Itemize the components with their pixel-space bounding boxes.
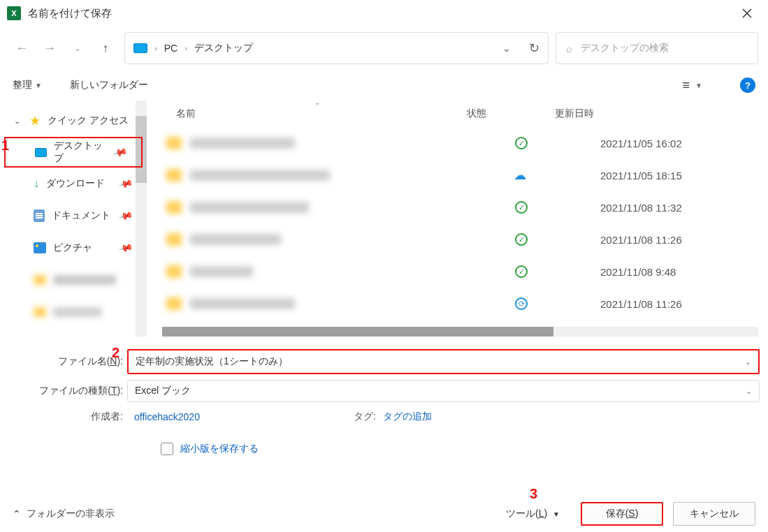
sidebar-label: ドキュメント	[52, 209, 110, 222]
file-area: ⌄ 名前 状態 更新日時 ✓2021/11/05 16:02☁2021/11/0…	[147, 101, 768, 337]
horizontal-scrollbar[interactable]	[162, 327, 758, 337]
file-list-header: ⌄ 名前 状態 更新日時	[147, 101, 768, 127]
organize-button[interactable]: 整理 ▼	[13, 79, 42, 91]
file-status: ✓	[512, 137, 600, 149]
file-status: ✓	[512, 265, 600, 278]
refresh-button[interactable]: ↻	[529, 40, 539, 56]
tag-value[interactable]: タグの追加	[383, 411, 432, 423]
file-row[interactable]: ✓2021/11/08 11:32	[147, 191, 768, 223]
file-row[interactable]: ☁2021/11/05 18:15	[147, 159, 768, 191]
chevron-down-icon[interactable]: ⌄	[746, 387, 752, 396]
file-row[interactable]: ✓2021/11/05 16:02	[147, 127, 768, 159]
breadcrumb-location[interactable]: デスクトップ	[194, 42, 253, 54]
sidebar-item-pictures[interactable]: ピクチャ 📌	[0, 232, 147, 264]
column-header-name[interactable]: 名前	[147, 108, 467, 120]
search-box[interactable]: ⌕ デスクトップの検索	[556, 32, 758, 64]
thumbnail-checkbox[interactable]	[161, 443, 173, 455]
thumbnail-label[interactable]: 縮小版を保存する	[180, 443, 259, 455]
folder-icon	[166, 137, 182, 149]
monitor-icon	[133, 43, 147, 53]
sidebar-item-desktop[interactable]: デスクトップ 📌	[4, 137, 143, 168]
close-button[interactable]	[733, 0, 761, 27]
column-header-status[interactable]: 状態	[467, 108, 555, 120]
form-area: ファイル名(N): 定年制の実施状況（1シートのみ） ⌄ ファイルの種類(T):…	[0, 337, 768, 455]
hide-folders-button[interactable]: ⌃ フォルダーの非表示	[13, 508, 115, 520]
filename-value: 定年制の実施状況（1シートのみ）	[136, 355, 288, 368]
filetype-value: Excel ブック	[135, 385, 191, 397]
file-status: ✓	[512, 233, 600, 246]
new-folder-button[interactable]: 新しいフォルダー	[70, 79, 148, 91]
check-icon: ✓	[515, 265, 528, 278]
file-name-blurred	[190, 298, 295, 309]
author-label: 作成者:	[8, 411, 127, 423]
chevron-up-icon: ⌃	[13, 508, 21, 519]
folder-icon	[166, 265, 182, 278]
pictures-icon	[34, 242, 46, 253]
view-button[interactable]: ≡ ▼	[683, 78, 702, 93]
file-row[interactable]: ✓2021/11/08 9:48	[147, 256, 768, 288]
sidebar-label: クイック アクセス	[48, 114, 129, 127]
tag-label: タグ:	[354, 411, 376, 423]
sidebar-label: ピクチャ	[53, 242, 92, 254]
sidebar-item-blurred[interactable]	[0, 264, 147, 296]
file-date: 2021/11/08 11:32	[600, 202, 768, 214]
file-status: ✓	[512, 201, 600, 214]
search-icon: ⌕	[566, 43, 572, 54]
file-date: 2021/11/05 18:15	[600, 170, 768, 182]
file-name-blurred	[190, 234, 281, 245]
download-icon: ↓	[34, 177, 39, 190]
folder-icon	[166, 201, 182, 214]
save-button[interactable]: 保存(S)	[581, 502, 663, 526]
sort-indicator-icon: ⌄	[314, 98, 320, 106]
filename-label: ファイル名(N):	[8, 355, 127, 368]
file-status: ⟳	[512, 297, 600, 310]
up-button[interactable]: ↑	[99, 41, 112, 56]
file-name-blurred	[190, 170, 330, 181]
address-dropdown-icon[interactable]: ⌄	[502, 43, 511, 54]
help-button[interactable]: ?	[740, 77, 755, 93]
file-name-blurred	[190, 266, 253, 277]
search-placeholder: デスクトップの検索	[581, 42, 669, 54]
horizontal-scrollthumb[interactable]	[162, 327, 553, 337]
tools-dropdown[interactable]: ツール(L) ▼	[506, 508, 560, 520]
author-value[interactable]: officehack2020	[134, 411, 200, 422]
folder-icon	[166, 297, 182, 310]
filename-input[interactable]: 定年制の実施状況（1シートのみ） ⌄	[129, 350, 758, 373]
star-icon: ★	[29, 113, 41, 128]
sidebar-label: ダウンロード	[46, 177, 105, 190]
folder-icon	[166, 233, 182, 246]
sidebar-item-documents[interactable]: ドキュメント 📌	[0, 200, 147, 232]
navigation-row: ← → ⌄ ↑ › PC › デスクトップ ⌄ ↻ ⌕ デスクトップの検索	[0, 27, 768, 70]
chevron-down-icon[interactable]: ⌄	[745, 357, 751, 367]
filetype-select[interactable]: Excel ブック ⌄	[127, 380, 760, 402]
sidebar: ⌄ ★ クイック アクセス デスクトップ 📌 ↓ ダウンロード 📌 ドキュメント…	[0, 101, 147, 337]
recent-dropdown[interactable]: ⌄	[71, 43, 84, 53]
file-list: ✓2021/11/05 16:02☁2021/11/05 18:15✓2021/…	[147, 127, 768, 327]
sidebar-item-quick-access[interactable]: ⌄ ★ クイック アクセス	[0, 105, 147, 137]
desktop-icon	[35, 148, 47, 157]
chevron-right-icon: ›	[154, 44, 157, 52]
file-status: ☁	[512, 168, 600, 183]
file-row[interactable]: ⟳2021/11/08 11:26	[147, 288, 768, 320]
file-date: 2021/11/08 9:48	[600, 266, 768, 278]
breadcrumb-pc[interactable]: PC	[164, 43, 177, 54]
sidebar-item-downloads[interactable]: ↓ ダウンロード 📌	[0, 168, 147, 200]
pin-icon: 📌	[117, 240, 133, 256]
column-header-date[interactable]: 更新日時	[555, 108, 768, 120]
file-row[interactable]: ✓2021/11/08 11:26	[147, 223, 768, 256]
sidebar-item-blurred[interactable]	[0, 296, 147, 328]
back-button[interactable]: ←	[15, 41, 28, 56]
forward-button[interactable]: →	[43, 41, 56, 56]
toolbar: 整理 ▼ 新しいフォルダー ≡ ▼ ?	[0, 70, 768, 101]
pin-icon: 📌	[117, 208, 133, 223]
sidebar-label: デスクトップ	[54, 140, 107, 165]
check-icon: ✓	[515, 233, 528, 246]
main-area: ⌄ ★ クイック アクセス デスクトップ 📌 ↓ ダウンロード 📌 ドキュメント…	[0, 101, 768, 337]
file-name-blurred	[190, 202, 309, 213]
cancel-button[interactable]: キャンセル	[673, 502, 755, 526]
title-bar: X 名前を付けて保存	[0, 0, 768, 27]
address-bar[interactable]: › PC › デスクトップ ⌄ ↻	[124, 32, 549, 64]
bottom-bar: ⌃ フォルダーの非表示 ツール(L) ▼ 保存(S) キャンセル	[0, 496, 768, 532]
pin-icon: 📌	[117, 176, 133, 191]
filename-input-highlight: 定年制の実施状況（1シートのみ） ⌄	[127, 349, 760, 374]
